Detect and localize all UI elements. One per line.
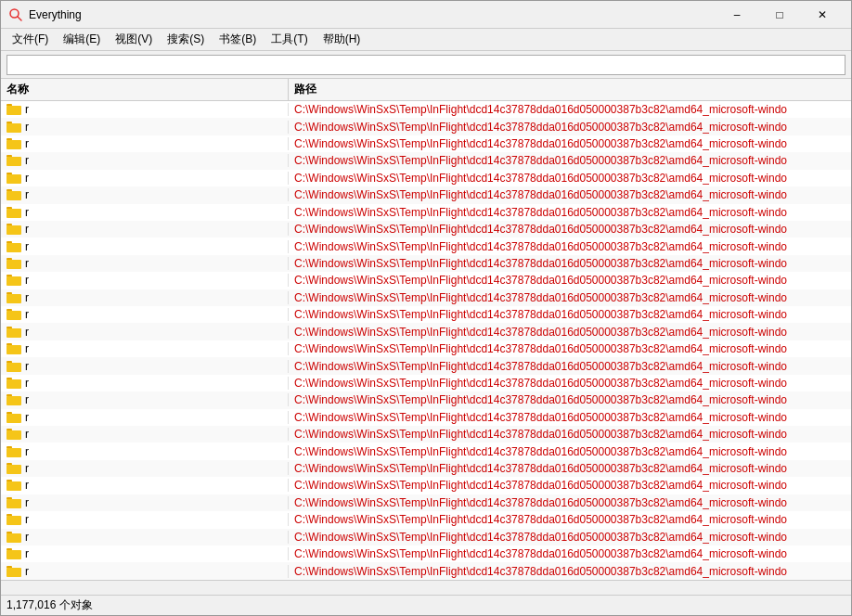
row-name-cell: r [1, 308, 289, 321]
table-row[interactable]: rC:\Windows\WinSxS\Temp\InFlight\dcd14c3… [1, 511, 851, 528]
table-row[interactable]: rC:\Windows\WinSxS\Temp\InFlight\dcd14c3… [1, 204, 851, 221]
column-header-path[interactable]: 路径 [289, 79, 851, 100]
table-row[interactable]: rC:\Windows\WinSxS\Temp\InFlight\dcd14c3… [1, 306, 851, 323]
table-row[interactable]: rC:\Windows\WinSxS\Temp\InFlight\dcd14c3… [1, 340, 851, 357]
row-path-cell: C:\Windows\WinSxS\Temp\InFlight\dcd14c37… [289, 445, 851, 458]
row-path-cell: C:\Windows\WinSxS\Temp\InFlight\dcd14c37… [289, 308, 851, 321]
folder-icon [6, 479, 21, 492]
row-name-text: r [25, 513, 29, 526]
row-path-cell: C:\Windows\WinSxS\Temp\InFlight\dcd14c37… [289, 411, 851, 424]
menu-view[interactable]: 视图(V) [108, 30, 160, 49]
window-controls: – □ ✕ [716, 1, 844, 29]
row-name-cell: r [1, 479, 289, 492]
table-row[interactable]: rC:\Windows\WinSxS\Temp\InFlight\dcd14c3… [1, 494, 851, 511]
row-name-text: r [25, 240, 29, 253]
table-row[interactable]: rC:\Windows\WinSxS\Temp\InFlight\dcd14c3… [1, 477, 851, 494]
menu-bar: 文件(F) 编辑(E) 视图(V) 搜索(S) 书签(B) 工具(T) 帮助(H… [1, 29, 851, 51]
row-name-cell: r [1, 172, 289, 185]
row-path-cell: C:\Windows\WinSxS\Temp\InFlight\dcd14c37… [289, 172, 851, 185]
svg-rect-37 [6, 396, 21, 405]
row-name-cell: r [1, 462, 289, 475]
table-row[interactable]: rC:\Windows\WinSxS\Temp\InFlight\dcd14c3… [1, 562, 851, 579]
table-row[interactable]: rC:\Windows\WinSxS\Temp\InFlight\dcd14c3… [1, 545, 851, 562]
table-row[interactable]: rC:\Windows\WinSxS\Temp\InFlight\dcd14c3… [1, 357, 851, 374]
table-row[interactable]: rC:\Windows\WinSxS\Temp\InFlight\dcd14c3… [1, 529, 851, 545]
table-row[interactable]: rC:\Windows\WinSxS\Temp\InFlight\dcd14c3… [1, 255, 851, 272]
row-name-cell: r [1, 188, 289, 201]
row-name-text: r [25, 496, 29, 509]
svg-rect-39 [6, 414, 21, 423]
table-row[interactable]: rC:\Windows\WinSxS\Temp\InFlight\dcd14c3… [1, 375, 851, 391]
row-name-cell: r [1, 154, 289, 167]
search-input[interactable] [6, 55, 846, 75]
folder-icon [6, 223, 21, 236]
table-row[interactable]: rC:\Windows\WinSxS\Temp\InFlight\dcd14c3… [1, 101, 851, 118]
table-row[interactable]: rC:\Windows\WinSxS\Temp\InFlight\dcd14c3… [1, 391, 851, 408]
svg-rect-11 [6, 174, 21, 184]
window-title: Everything [29, 8, 716, 21]
folder-icon [6, 172, 21, 185]
row-name-text: r [25, 547, 29, 560]
svg-rect-23 [6, 276, 21, 286]
status-bar: 1,177,016 个对象 [1, 595, 851, 615]
row-path-cell: C:\Windows\WinSxS\Temp\InFlight\dcd14c37… [289, 223, 851, 236]
table-row[interactable]: rC:\Windows\WinSxS\Temp\InFlight\dcd14c3… [1, 289, 851, 306]
table-row[interactable]: rC:\Windows\WinSxS\Temp\InFlight\dcd14c3… [1, 170, 851, 186]
row-path-cell: C:\Windows\WinSxS\Temp\InFlight\dcd14c37… [289, 154, 851, 167]
svg-rect-45 [6, 465, 21, 474]
table-row[interactable]: rC:\Windows\WinSxS\Temp\InFlight\dcd14c3… [1, 443, 851, 459]
folder-icon [6, 137, 21, 150]
row-path-cell: C:\Windows\WinSxS\Temp\InFlight\dcd14c37… [289, 137, 851, 150]
column-header-name[interactable]: 名称 [1, 79, 289, 100]
menu-help[interactable]: 帮助(H) [316, 30, 368, 49]
title-bar: Everything – □ ✕ [1, 1, 851, 29]
menu-bookmark[interactable]: 书签(B) [212, 30, 264, 49]
svg-rect-57 [6, 568, 21, 577]
svg-rect-3 [6, 106, 21, 115]
minimize-button[interactable]: – [716, 1, 758, 29]
menu-search[interactable]: 搜索(S) [160, 30, 212, 49]
table-body: rC:\Windows\WinSxS\Temp\InFlight\dcd14c3… [1, 101, 851, 580]
svg-rect-51 [6, 516, 21, 525]
maximize-button[interactable]: □ [758, 1, 801, 29]
menu-tools[interactable]: 工具(T) [264, 30, 315, 49]
row-name-cell: r [1, 393, 289, 406]
folder-icon [6, 531, 21, 544]
svg-rect-17 [6, 225, 21, 235]
row-name-cell: r [1, 513, 289, 526]
table-row[interactable]: rC:\Windows\WinSxS\Temp\InFlight\dcd14c3… [1, 135, 851, 152]
row-name-cell: r [1, 291, 289, 304]
table-row[interactable]: rC:\Windows\WinSxS\Temp\InFlight\dcd14c3… [1, 152, 851, 169]
table-row[interactable]: rC:\Windows\WinSxS\Temp\InFlight\dcd14c3… [1, 118, 851, 135]
table-row[interactable]: rC:\Windows\WinSxS\Temp\InFlight\dcd14c3… [1, 237, 851, 254]
folder-icon [6, 428, 21, 441]
table-row[interactable]: rC:\Windows\WinSxS\Temp\InFlight\dcd14c3… [1, 409, 851, 426]
table-row[interactable]: rC:\Windows\WinSxS\Temp\InFlight\dcd14c3… [1, 323, 851, 340]
folder-icon [6, 513, 21, 526]
menu-file[interactable]: 文件(F) [5, 30, 56, 49]
row-path-cell: C:\Windows\WinSxS\Temp\InFlight\dcd14c37… [289, 462, 851, 475]
folder-icon [6, 565, 21, 578]
row-name-cell: r [1, 137, 289, 150]
row-name-text: r [25, 172, 29, 185]
svg-rect-31 [6, 345, 21, 354]
row-name-cell: r [1, 496, 289, 509]
table-row[interactable]: rC:\Windows\WinSxS\Temp\InFlight\dcd14c3… [1, 460, 851, 477]
close-button[interactable]: ✕ [801, 1, 844, 29]
folder-icon [6, 377, 21, 390]
row-path-cell: C:\Windows\WinSxS\Temp\InFlight\dcd14c37… [289, 206, 851, 219]
table-row[interactable]: rC:\Windows\WinSxS\Temp\InFlight\dcd14c3… [1, 221, 851, 237]
row-name-text: r [25, 479, 29, 492]
table-row[interactable]: rC:\Windows\WinSxS\Temp\InFlight\dcd14c3… [1, 272, 851, 289]
svg-rect-49 [6, 499, 21, 508]
row-name-text: r [25, 326, 29, 339]
row-name-text: r [25, 206, 29, 219]
table-row[interactable]: rC:\Windows\WinSxS\Temp\InFlight\dcd14c3… [1, 186, 851, 203]
svg-rect-13 [6, 191, 21, 200]
table-row[interactable]: rC:\Windows\WinSxS\Temp\InFlight\dcd14c3… [1, 426, 851, 443]
menu-edit[interactable]: 编辑(E) [56, 30, 108, 49]
folder-icon [6, 326, 21, 339]
row-name-cell: r [1, 342, 289, 355]
row-name-text: r [25, 360, 29, 373]
horizontal-scrollbar[interactable] [1, 580, 851, 595]
